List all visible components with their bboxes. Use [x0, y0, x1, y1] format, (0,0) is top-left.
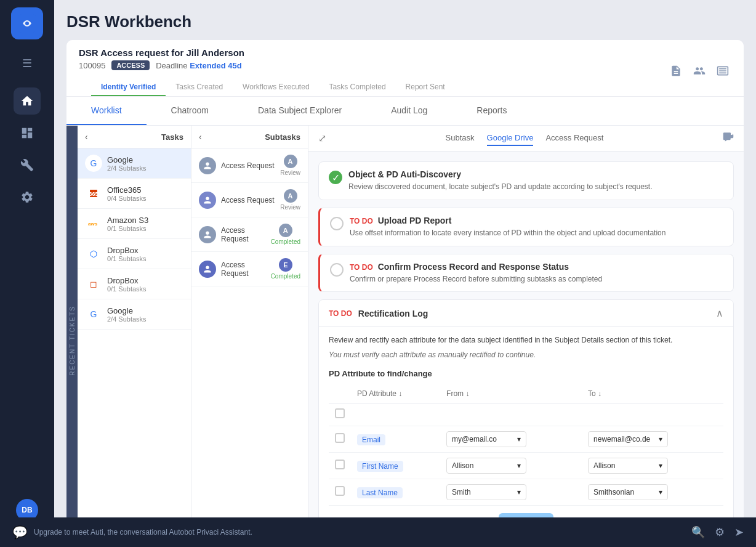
task-item-google-1[interactable]: G Google 2/4 Subtasks [78, 148, 191, 179]
page-title: DSR Workbench [66, 12, 744, 31]
svg-text:365: 365 [89, 191, 98, 197]
to-lastname-value: Smithsonian [593, 488, 634, 496]
check-todo-3 [330, 263, 344, 277]
rect-note: You must verify each attribute as manual… [329, 350, 723, 359]
checkbox-firstname[interactable] [335, 460, 345, 469]
tab-worklist[interactable]: Worklist [66, 97, 147, 125]
rect-collapse-btn[interactable]: ∧ [716, 307, 723, 319]
subtask-item-2[interactable]: Access Request A Review [191, 183, 308, 217]
task-name-amazon-s3: Amazon S3 [107, 216, 183, 225]
task-icon-aws: aws [85, 215, 102, 232]
subtask-name-2: Access Request [221, 196, 275, 205]
rectification-header: TO DO Rectification Log ∧ [319, 300, 733, 327]
filter-icon[interactable]: ⚙ [715, 525, 725, 539]
task-item-dropbox-2[interactable]: ◻ DropBox 0/1 Subtasks [78, 269, 191, 299]
select-to-email[interactable]: newemail@co.de ▾ [588, 431, 668, 447]
expand-button[interactable]: ⤢ [318, 132, 326, 144]
subtask-item-3[interactable]: Access Request A Completed [191, 217, 308, 252]
ticket-title: DSR Access request for Jill Anderson [79, 47, 467, 58]
task-subtasks-dropbox-2: 0/1 Subtasks [107, 285, 183, 293]
task-icon-google-2: G [85, 306, 102, 323]
to-email-value: newemail@co.de [593, 435, 650, 444]
tab-reports[interactable]: Reports [452, 97, 531, 125]
ticket-action-2[interactable] [691, 62, 708, 82]
from-lastname-chevron: ▾ [517, 488, 521, 496]
detail-toolbar: ⤢ Subtask Google Drive Access Request [308, 126, 744, 152]
progress-tab-tasks[interactable]: Tasks Created [166, 78, 233, 96]
select-to-firstname[interactable]: Allison ▾ [588, 458, 668, 474]
from-firstname-chevron: ▾ [517, 461, 521, 470]
task-icon-dropbox-2: ◻ [85, 275, 102, 293]
subtask-badge-4: E [279, 258, 292, 272]
progress-tab-completed[interactable]: Tasks Completed [320, 78, 396, 96]
col-to: To ↓ [582, 384, 723, 403]
subtask-status-3: Completed [271, 238, 300, 245]
hamburger-menu[interactable]: ☰ [17, 52, 37, 75]
table-row-email: Email my@email.co ▾ [329, 426, 723, 453]
tab-data-subject[interactable]: Data Subject Explorer [233, 97, 366, 125]
subtask-info-1: Access Request [221, 161, 275, 170]
sidebar: ☰ DB ⠿ [0, 0, 54, 547]
checkbox-0[interactable] [335, 408, 345, 418]
task-item-amazon-s3[interactable]: aws Amazon S3 0/1 Subtasks [78, 209, 191, 239]
task-item-google-2[interactable]: G Google 2/4 Subtasks [78, 299, 191, 330]
task-info-dropbox-2: DropBox 0/1 Subtasks [107, 276, 183, 293]
svg-text:◻: ◻ [90, 279, 97, 289]
tasks-panel-header: ‹ Tasks [78, 126, 191, 148]
pd-section-title: PD Attribute to find/change [329, 369, 723, 378]
col-pd-attribute: PD Attribute ↓ [351, 384, 440, 403]
select-from-lastname[interactable]: Smith ▾ [446, 484, 526, 500]
checkbox-lastname[interactable] [335, 486, 345, 496]
col-from: From ↓ [440, 384, 582, 403]
task-info-amazon-s3: Amazon S3 0/1 Subtasks [107, 216, 183, 232]
ticket-action-3[interactable] [714, 62, 731, 82]
subtask-item-1[interactable]: Access Request A Review [191, 148, 308, 183]
progress-tab-report[interactable]: Report Sent [396, 78, 455, 96]
search-icon[interactable]: 🔍 [691, 525, 705, 539]
task-icon-office365: 365 [85, 185, 102, 202]
task-item-office365[interactable]: 365 Office365 0/4 Subtasks [78, 179, 191, 209]
task-detail-item-1: ✓ Object & PD Auti-Discovery Review disc… [318, 161, 734, 200]
sidebar-item-home[interactable] [14, 87, 41, 115]
detail-tab-subtask[interactable]: Subtask [446, 131, 475, 146]
rect-todo-label: TO DO [329, 309, 352, 318]
select-from-email[interactable]: my@email.co ▾ [446, 431, 526, 447]
deadline-status: Extended 45d [190, 61, 242, 70]
arrow-icon[interactable]: ➤ [734, 525, 744, 539]
select-to-lastname[interactable]: Smithsonian ▾ [588, 484, 668, 500]
sidebar-item-dashboard[interactable] [14, 120, 41, 147]
ticket-header: DSR Access request for Jill Anderson 100… [66, 40, 744, 97]
app-logo[interactable] [11, 7, 43, 39]
detail-tab-google-drive[interactable]: Google Drive [487, 131, 534, 146]
tab-chatroom[interactable]: Chatroom [147, 97, 233, 125]
bottom-bar: 💬 Upgrade to meet Auti, the conversation… [0, 517, 756, 547]
ticket-action-1[interactable] [667, 62, 685, 82]
recent-tickets-label: RECENT TICKETS [69, 306, 76, 376]
recent-tickets-bar[interactable]: RECENT TICKETS [66, 126, 78, 538]
task-detail-title-3: TO DO Confirm Process Record and Respons… [350, 262, 723, 272]
to-firstname-chevron: ▾ [659, 461, 662, 470]
tab-audit[interactable]: Audit Log [366, 97, 452, 125]
subtask-badge-2: A [284, 189, 297, 203]
subtask-badge-3: A [279, 224, 292, 237]
sidebar-item-tools[interactable] [14, 152, 41, 179]
subtask-item-4[interactable]: Access Request E Completed [191, 252, 308, 286]
progress-tab-workflows[interactable]: Workflows Executed [233, 78, 320, 96]
task-icon-google: G [85, 155, 102, 172]
ticket-id: 100095 [79, 61, 105, 70]
sidebar-item-settings[interactable] [14, 184, 41, 211]
ticket-meta: 100095 ACCESS Deadline Extended 45d [79, 60, 467, 78]
checkbox-email[interactable] [335, 433, 345, 443]
tasks-nav-back[interactable]: ‹ [85, 132, 88, 142]
subtask-status-4: Completed [271, 273, 300, 280]
progress-tab-identity[interactable]: Identity Verified [91, 78, 166, 96]
detail-tab-access-request[interactable]: Access Request [545, 131, 603, 146]
subtasks-nav-back[interactable]: ‹ [199, 132, 202, 142]
task-detail-desc-1: Review discovered document, locate subje… [348, 182, 723, 192]
subtask-info-3: Access Request [221, 226, 266, 243]
subtask-status-1: Review [280, 169, 300, 176]
select-from-firstname[interactable]: Allison ▾ [446, 458, 526, 474]
comment-icon[interactable] [723, 132, 734, 145]
task-item-dropbox-1[interactable]: ⬡ DropBox 0/1 Subtasks [78, 239, 191, 269]
task-info-google-2: Google 2/4 Subtasks [107, 306, 183, 323]
